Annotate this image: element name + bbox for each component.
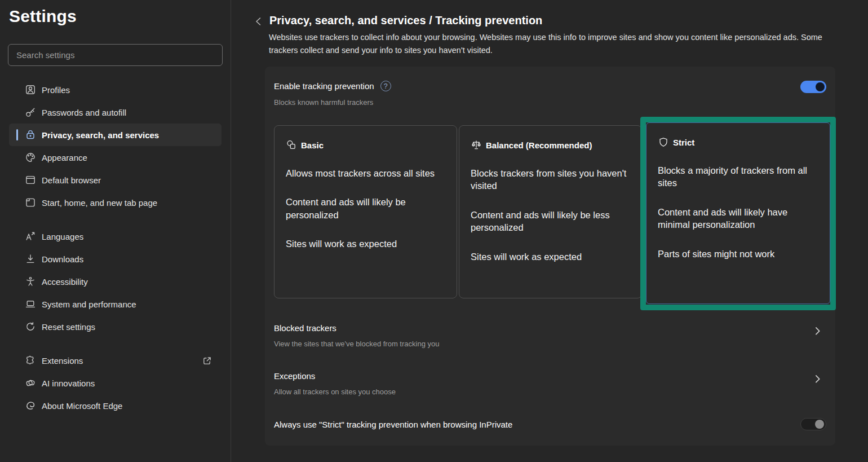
download-icon bbox=[25, 253, 36, 265]
back-icon[interactable] bbox=[253, 16, 264, 27]
exceptions-text: Exceptions Allow all trackers on sites y… bbox=[274, 371, 396, 396]
sidebar-item-label: Passwords and autofill bbox=[42, 108, 126, 117]
help-icon[interactable]: ? bbox=[380, 81, 391, 91]
level-card-title: Strict bbox=[673, 138, 694, 147]
sidebar-item-about-edge[interactable]: About Microsoft Edge bbox=[9, 394, 222, 417]
profiles-icon bbox=[25, 84, 36, 95]
sidebar-item-label: Default browser bbox=[42, 175, 101, 185]
blocked-trackers-text: Blocked trackers View the sites that we'… bbox=[274, 323, 439, 348]
page-header: Privacy, search, and services / Tracking… bbox=[231, 0, 868, 27]
sidebar-item-extensions[interactable]: Extensions bbox=[9, 349, 222, 372]
level-card-line: Blocks trackers from sites you haven't v… bbox=[471, 167, 630, 192]
sidebar-item-label: Extensions bbox=[42, 356, 83, 366]
sidebar-item-downloads[interactable]: Downloads bbox=[9, 248, 222, 270]
nav-group-divider bbox=[9, 338, 222, 349]
app-title: Settings bbox=[9, 7, 231, 26]
toggle-knob bbox=[816, 82, 825, 91]
level-card-line: Parts of sites might not work bbox=[658, 248, 818, 260]
chevron-right-icon[interactable] bbox=[813, 374, 822, 384]
sidebar-item-profiles[interactable]: Profiles bbox=[9, 78, 222, 101]
sidebar-item-system-performance[interactable]: System and performance bbox=[9, 293, 222, 315]
enable-tracking-row: Enable tracking prevention ? Blocks know… bbox=[274, 81, 826, 107]
tracking-level-cards: Basic Allows most trackers across all si… bbox=[274, 125, 826, 298]
enable-tracking-title: Enable tracking prevention bbox=[274, 81, 374, 91]
level-card-line: Sites will work as expected bbox=[471, 250, 630, 263]
sidebar-item-accessibility[interactable]: Accessibility bbox=[9, 270, 222, 293]
external-link-icon bbox=[202, 355, 212, 366]
sidebar-item-label: Start, home, and new tab page bbox=[42, 198, 157, 208]
strict-highlight-box: Strict Blocks a majority of trackers fro… bbox=[640, 117, 836, 310]
sidebar-item-label: Profiles bbox=[42, 85, 70, 95]
chevron-right-icon[interactable] bbox=[813, 326, 822, 336]
shapes-icon bbox=[286, 139, 297, 151]
level-card-strict[interactable]: Strict Blocks a majority of trackers fro… bbox=[646, 122, 830, 304]
level-card-line: Allows most trackers across all sites bbox=[286, 167, 445, 179]
sidebar-item-reset-settings[interactable]: Reset settings bbox=[9, 315, 222, 338]
level-card-line: Sites will work as expected bbox=[286, 237, 445, 250]
inprivate-strict-title: Always use "Strict" tracking prevention … bbox=[274, 420, 512, 429]
accessibility-icon bbox=[25, 276, 36, 287]
exceptions-row[interactable]: Exceptions Allow all trackers on sites y… bbox=[274, 371, 826, 396]
ai-icon bbox=[25, 377, 36, 389]
sidebar-item-ai-innovations[interactable]: AI innovations bbox=[9, 372, 222, 394]
level-card-line: Content and ads will likely be personali… bbox=[286, 196, 445, 221]
sidebar-nav: Profiles Passwords and autofill Privacy,… bbox=[0, 78, 231, 417]
lock-icon bbox=[25, 129, 36, 140]
sidebar-item-label: Privacy, search, and services bbox=[42, 130, 159, 140]
sidebar-item-appearance[interactable]: Appearance bbox=[9, 146, 222, 169]
level-card-line: Blocks a majority of trackers from all s… bbox=[658, 164, 818, 190]
languages-icon bbox=[25, 231, 36, 242]
sidebar-item-label: About Microsoft Edge bbox=[42, 401, 122, 411]
sidebar-item-privacy[interactable]: Privacy, search, and services bbox=[9, 124, 222, 146]
level-card-balanced[interactable]: Balanced (Recommended) Blocks trackers f… bbox=[459, 125, 642, 298]
sidebar-item-default-browser[interactable]: Default browser bbox=[9, 169, 222, 191]
settings-main-pane: Privacy, search, and services / Tracking… bbox=[231, 0, 868, 462]
inprivate-strict-toggle[interactable] bbox=[800, 418, 826, 430]
nav-group-divider bbox=[9, 214, 222, 225]
level-card-title: Balanced (Recommended) bbox=[486, 140, 592, 150]
balance-scale-icon bbox=[471, 139, 482, 151]
sidebar-item-label: AI innovations bbox=[42, 379, 95, 388]
exceptions-subtitle: Allow all trackers on sites you choose bbox=[274, 388, 396, 396]
edge-logo-icon bbox=[25, 400, 36, 411]
search-settings-box[interactable] bbox=[8, 44, 223, 66]
level-card-line: Content and ads will likely be less pers… bbox=[471, 209, 630, 234]
enable-tracking-subtitle: Blocks known harmful trackers bbox=[274, 98, 391, 107]
search-settings-input[interactable] bbox=[8, 50, 222, 60]
inprivate-strict-row: Always use "Strict" tracking prevention … bbox=[274, 418, 826, 430]
selection-indicator bbox=[16, 129, 18, 140]
toggle-knob bbox=[815, 420, 824, 429]
sidebar-item-languages[interactable]: Languages bbox=[9, 225, 222, 248]
shield-icon bbox=[658, 137, 669, 148]
key-icon bbox=[25, 107, 36, 118]
page-title-breadcrumb: Privacy, search, and services / Tracking… bbox=[269, 14, 542, 27]
level-card-title: Basic bbox=[301, 140, 324, 150]
sidebar-item-passwords[interactable]: Passwords and autofill bbox=[9, 101, 222, 124]
page-description: Websites use trackers to collect info ab… bbox=[269, 31, 834, 58]
sidebar-item-label: Reset settings bbox=[42, 322, 95, 332]
sidebar-item-start-home-newtab[interactable]: Start, home, and new tab page bbox=[9, 191, 222, 214]
blocked-trackers-title: Blocked trackers bbox=[274, 323, 439, 333]
palette-icon bbox=[25, 152, 36, 163]
enable-tracking-toggle[interactable] bbox=[800, 81, 826, 93]
tracking-prevention-panel: Enable tracking prevention ? Blocks know… bbox=[265, 67, 835, 446]
sidebar-item-label: System and performance bbox=[42, 300, 136, 309]
reset-icon bbox=[25, 321, 36, 332]
sidebar-item-label: Languages bbox=[42, 232, 83, 241]
blocked-trackers-row[interactable]: Blocked trackers View the sites that we'… bbox=[274, 323, 826, 348]
new-tab-icon bbox=[25, 197, 36, 208]
enable-tracking-text: Enable tracking prevention ? Blocks know… bbox=[274, 81, 391, 107]
exceptions-title: Exceptions bbox=[274, 371, 396, 381]
level-card-line: Content and ads will likely have minimal… bbox=[658, 206, 818, 231]
blocked-trackers-subtitle: View the sites that we've blocked from t… bbox=[274, 340, 439, 348]
sidebar-item-label: Accessibility bbox=[42, 277, 88, 287]
settings-sidebar: Settings Profiles Passwords and autofill… bbox=[0, 0, 231, 462]
laptop-icon bbox=[25, 298, 36, 310]
sidebar-item-label: Downloads bbox=[42, 254, 83, 264]
sidebar-item-label: Appearance bbox=[42, 153, 87, 162]
browser-icon bbox=[25, 174, 36, 186]
puzzle-icon bbox=[25, 355, 36, 366]
level-card-basic[interactable]: Basic Allows most trackers across all si… bbox=[274, 125, 457, 298]
